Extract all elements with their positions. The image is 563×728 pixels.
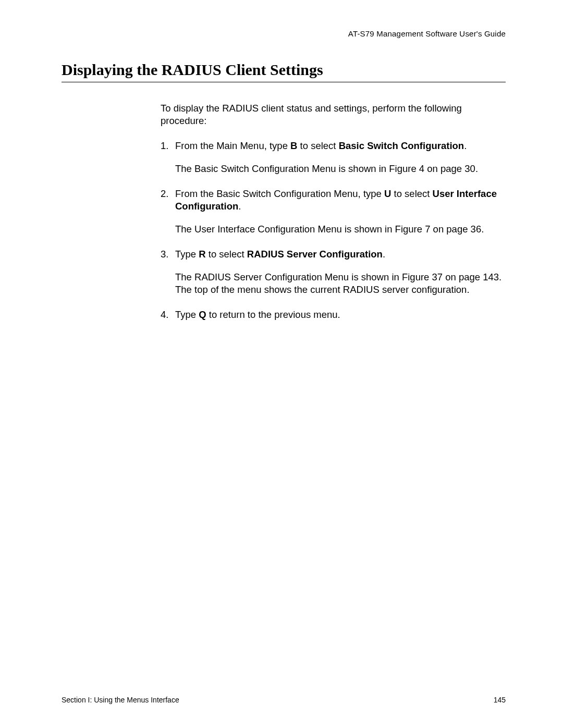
step-1-mid: to select (297, 140, 338, 151)
intro-paragraph: To display the RADIUS client status and … (161, 102, 506, 127)
step-2-pre: From the Basic Switch Configuration Menu… (175, 188, 384, 199)
step-4-pre: Type (175, 309, 199, 320)
step-1-pre: From the Main Menu, type (175, 140, 290, 151)
page-footer: Section I: Using the Menus Interface 145 (62, 696, 506, 704)
step-1-bold: Basic Switch Configuration (339, 140, 464, 151)
step-3-followup: The RADIUS Server Configuration Menu is … (175, 271, 506, 296)
step-4-text: Type Q to return to the previous menu. (175, 309, 506, 321)
step-4-key: Q (199, 309, 206, 320)
step-4-mid: to return to the previous menu. (206, 309, 340, 320)
footer-section-label: Section I: Using the Menus Interface (62, 696, 179, 704)
step-2-followup: The User Interface Configuration Menu is… (175, 223, 506, 236)
step-1-number: 1. (161, 140, 175, 152)
step-1-followup: The Basic Switch Configuration Menu is s… (175, 163, 506, 175)
running-header: AT-S79 Management Software User's Guide (62, 29, 506, 38)
step-3-text: Type R to select RADIUS Server Configura… (175, 248, 506, 261)
step-1-post: . (464, 140, 467, 151)
step-2-post: . (238, 201, 241, 212)
step-4-number: 4. (161, 309, 175, 321)
step-3-number: 3. (161, 248, 175, 261)
section-title: Displaying the RADIUS Client Settings (62, 61, 506, 79)
step-1-text: From the Main Menu, type B to select Bas… (175, 140, 506, 152)
step-2-text: From the Basic Switch Configuration Menu… (175, 188, 506, 213)
step-2-key: U (384, 188, 391, 199)
title-rule (62, 82, 506, 82)
step-1-key: B (290, 140, 297, 151)
step-1: 1. From the Main Menu, type B to select … (161, 140, 506, 152)
step-3-key: R (199, 249, 205, 260)
step-3: 3. Type R to select RADIUS Server Config… (161, 248, 506, 261)
step-2-mid: to select (391, 188, 432, 199)
body-column: To display the RADIUS client status and … (161, 102, 506, 322)
footer-page-number: 145 (494, 696, 506, 704)
step-3-mid: to select (206, 249, 247, 260)
step-4: 4. Type Q to return to the previous menu… (161, 309, 506, 321)
step-3-bold: RADIUS Server Configuration (247, 249, 383, 260)
step-2-number: 2. (161, 188, 175, 213)
document-page: AT-S79 Management Software User's Guide … (0, 0, 563, 728)
step-2: 2. From the Basic Switch Configuration M… (161, 188, 506, 213)
step-3-post: . (383, 249, 385, 260)
step-3-pre: Type (175, 249, 199, 260)
